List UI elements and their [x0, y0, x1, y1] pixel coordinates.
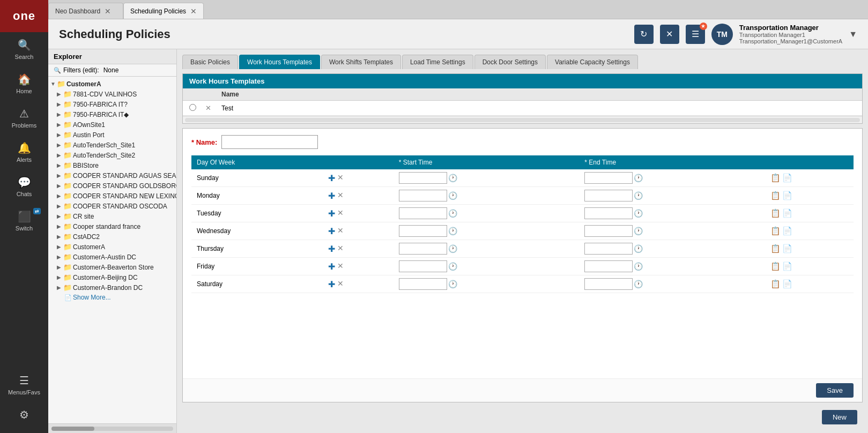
list-item[interactable]: ▶ 📁 AOwnSite1 [48, 120, 176, 130]
copy-btn-saturday[interactable]: 📋 [770, 279, 781, 288]
add-row-btn-monday[interactable]: ✚ [328, 191, 335, 201]
end-time-input-monday[interactable] [584, 190, 633, 201]
copy-btn-friday[interactable]: 📋 [770, 262, 781, 271]
close-button[interactable]: ✕ [660, 25, 679, 44]
row-radio-input[interactable] [189, 104, 196, 111]
sidebar-item-problems[interactable]: ⚠ Problems [0, 101, 48, 135]
browser-tab-scheduling-close[interactable]: ✕ [190, 7, 197, 16]
start-clock-icon-wednesday[interactable]: 🕐 [448, 227, 457, 235]
start-clock-icon-sunday[interactable]: 🕐 [448, 174, 457, 182]
browser-tab-dashboard-close[interactable]: ✕ [105, 7, 111, 16]
list-item[interactable]: ▶ 📁 COOPER STANDARD AGUAS SEALING (S [48, 170, 176, 181]
row-action-btn[interactable]: ✕ [205, 104, 221, 112]
table-scroll-track[interactable] [185, 118, 860, 122]
show-more-link[interactable]: 📄 Show More... [48, 293, 176, 302]
end-clock-icon-wednesday[interactable]: 🕐 [634, 227, 643, 235]
list-item[interactable]: ▶ 📁 CustomerA-Beijing DC [48, 272, 176, 282]
browser-tab-dashboard[interactable]: Neo Dashboard ✕ [48, 3, 123, 19]
paste-btn-thursday[interactable]: 📄 [782, 244, 792, 253]
add-row-btn-thursday[interactable]: ✚ [328, 244, 335, 254]
start-time-input-wednesday[interactable] [399, 225, 447, 237]
del-row-btn-wednesday[interactable]: ✕ [337, 226, 344, 236]
del-row-btn-tuesday[interactable]: ✕ [337, 208, 344, 219]
del-row-btn-sunday[interactable]: ✕ [337, 173, 344, 183]
sidebar-item-search[interactable]: 🔍 Search [0, 32, 48, 66]
start-time-input-tuesday[interactable] [399, 207, 447, 219]
end-clock-icon-monday[interactable]: 🕐 [634, 191, 643, 200]
tab-dock-door-settings[interactable]: Dock Door Settings [474, 55, 546, 69]
end-clock-icon-saturday[interactable]: 🕐 [634, 280, 643, 288]
add-row-btn-saturday[interactable]: ✚ [328, 279, 335, 289]
sidebar-item-bottom-icon[interactable]: ⚙ [0, 402, 48, 428]
list-item[interactable]: ▶ 📁 COOPER STANDARD GOLDSBORO [48, 181, 176, 191]
add-row-btn-tuesday[interactable]: ✚ [328, 208, 335, 219]
tab-basic-policies[interactable]: Basic Policies [182, 55, 238, 69]
list-item[interactable]: ▶ 📁 7950-FABRICA IT◆ [48, 109, 176, 120]
add-row-btn-friday[interactable]: ✚ [328, 262, 335, 272]
list-item[interactable]: ▶ 📁 Cooper standard france [48, 221, 176, 232]
end-clock-icon-thursday[interactable]: 🕐 [634, 244, 643, 253]
end-time-input-wednesday[interactable] [584, 225, 633, 237]
sidebar-item-alerts[interactable]: 🔔 Alerts [0, 135, 48, 169]
list-item[interactable]: ▶ 📁 COOPER STANDARD OSCODA [48, 201, 176, 211]
list-item[interactable]: ▶ 📁 COOPER STANDARD NEW LEXINGTON [48, 191, 176, 201]
del-row-btn-monday[interactable]: ✕ [337, 191, 344, 201]
new-button[interactable]: New [822, 410, 857, 424]
copy-btn-monday[interactable]: 📋 [770, 191, 781, 200]
list-item[interactable]: ▶ 📁 CR site [48, 211, 176, 221]
paste-btn-friday[interactable]: 📄 [782, 262, 792, 271]
list-item[interactable]: ▶ 📁 Austin Port [48, 130, 176, 140]
start-time-input-saturday[interactable] [399, 278, 447, 290]
list-item[interactable]: ▶ 📁 CustomerA-Brandon DC [48, 282, 176, 293]
paste-btn-saturday[interactable]: 📄 [782, 279, 792, 288]
start-clock-icon-saturday[interactable]: 🕐 [448, 280, 457, 288]
del-row-btn-saturday[interactable]: ✕ [337, 279, 344, 289]
sidebar-item-switch[interactable]: ⇄ ⬛ Switch [0, 204, 48, 238]
del-row-btn-thursday[interactable]: ✕ [337, 244, 344, 254]
list-item[interactable]: ▶ 📁 CustomerA-Beaverton Store [48, 262, 176, 272]
save-button[interactable]: Save [816, 383, 854, 398]
table-row[interactable]: ✕ Test [183, 101, 862, 116]
tab-variable-capacity[interactable]: Variable Capacity Settings [547, 55, 638, 69]
paste-btn-wednesday[interactable]: 📄 [782, 226, 792, 235]
start-clock-icon-monday[interactable]: 🕐 [448, 191, 457, 200]
end-clock-icon-friday[interactable]: 🕐 [634, 262, 643, 271]
menu-button[interactable]: ☰ ★ [686, 25, 705, 44]
end-clock-icon-sunday[interactable]: 🕐 [634, 174, 643, 182]
end-time-input-saturday[interactable] [584, 278, 633, 290]
sidebar-item-home[interactable]: 🏠 Home [0, 66, 48, 101]
end-time-input-sunday[interactable] [584, 172, 633, 184]
explorer-scrollbar[interactable] [48, 423, 176, 433]
tree-item-root[interactable]: ▼ 📁 CustomerA [48, 79, 176, 89]
end-time-input-tuesday[interactable] [584, 207, 633, 219]
table-scrollbar[interactable] [183, 116, 862, 123]
app-logo[interactable]: one [0, 0, 48, 32]
scroll-track[interactable] [51, 427, 173, 431]
start-time-input-sunday[interactable] [399, 172, 447, 184]
list-item[interactable]: ▶ 📁 7881-CDV VALINHOS [48, 89, 176, 99]
copy-btn-tuesday[interactable]: 📋 [770, 208, 781, 218]
add-row-btn-sunday[interactable]: ✚ [328, 173, 335, 183]
refresh-button[interactable]: ↻ [634, 25, 654, 44]
list-item[interactable]: ▶ 📁 AutoTenderSch_Site1 [48, 140, 176, 150]
tab-work-shifts-templates[interactable]: Work Shifts Templates [321, 55, 401, 69]
sidebar-item-menus[interactable]: ☰ Menus/Favs [0, 368, 48, 402]
paste-btn-sunday[interactable]: 📄 [782, 173, 792, 182]
paste-btn-monday[interactable]: 📄 [782, 191, 792, 200]
del-row-btn-friday[interactable]: ✕ [337, 262, 344, 272]
list-item[interactable]: ▶ 📁 BBIStore [48, 160, 176, 170]
list-item[interactable]: ▶ 📁 CstADC2 [48, 232, 176, 242]
start-time-input-monday[interactable] [399, 190, 447, 201]
tab-work-hours-templates[interactable]: Work Hours Templates [239, 55, 320, 69]
name-input[interactable] [221, 135, 318, 149]
sidebar-item-chats[interactable]: 💬 Chats [0, 169, 48, 204]
paste-btn-tuesday[interactable]: 📄 [782, 208, 792, 218]
user-dropdown-arrow[interactable]: ▼ [849, 29, 857, 39]
start-time-input-thursday[interactable] [399, 243, 447, 255]
list-item[interactable]: ▶ 📁 CustomerA [48, 242, 176, 252]
copy-btn-thursday[interactable]: 📋 [770, 244, 781, 253]
end-time-input-friday[interactable] [584, 260, 633, 272]
list-item[interactable]: ▶ 📁 AutoTenderSch_Site2 [48, 150, 176, 160]
start-clock-icon-friday[interactable]: 🕐 [448, 262, 457, 271]
start-clock-icon-thursday[interactable]: 🕐 [448, 244, 457, 253]
